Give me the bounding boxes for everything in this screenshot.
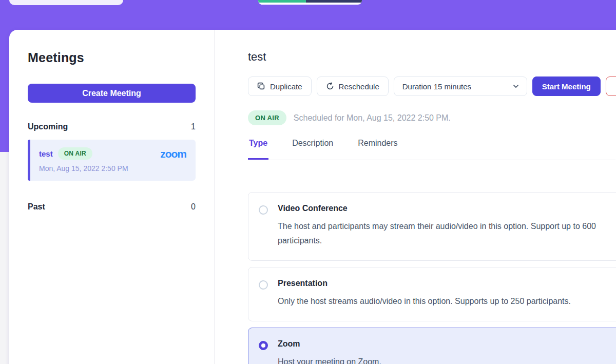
on-air-badge: ON AIR bbox=[58, 147, 92, 160]
meeting-datetime: Mon, Aug 15, 2022 2:50 PM bbox=[39, 164, 186, 173]
duplicate-button[interactable]: Duplicate bbox=[248, 76, 312, 96]
option-zoom[interactable]: Zoom Host your meeting on Zoom. bbox=[248, 328, 616, 364]
tab-type[interactable]: Type bbox=[248, 136, 268, 160]
option-description: Only the host streams audio/video in thi… bbox=[278, 294, 571, 309]
upcoming-section-header: Upcoming 1 bbox=[28, 122, 196, 131]
progress-segment-green bbox=[258, 0, 306, 3]
content-card: Meetings Create Meeting Upcoming 1 test … bbox=[9, 30, 616, 364]
meeting-status-row: ON AIR Scheduled for Mon, Aug 15, 2022 2… bbox=[248, 110, 616, 125]
option-description: Host your meeting on Zoom. bbox=[278, 355, 381, 364]
meeting-detail-panel: test Duplicate bbox=[215, 30, 616, 364]
cutoff-top-left-panel bbox=[9, 0, 123, 5]
cutoff-progress-bar bbox=[258, 0, 362, 5]
option-video-conference[interactable]: Video Conference The host and participan… bbox=[248, 192, 616, 261]
duration-label: Duration 15 minutes bbox=[402, 82, 471, 91]
duplicate-label: Duplicate bbox=[270, 82, 302, 91]
past-label: Past bbox=[28, 202, 45, 212]
tab-description[interactable]: Description bbox=[291, 136, 334, 160]
past-count: 0 bbox=[191, 202, 196, 212]
app-viewport: Meetings Create Meeting Upcoming 1 test … bbox=[0, 0, 616, 364]
option-presentation[interactable]: Presentation Only the host streams audio… bbox=[248, 267, 616, 321]
reschedule-icon bbox=[326, 82, 334, 90]
duplicate-icon bbox=[257, 82, 265, 90]
meeting-list-item[interactable]: test ON AIR zoom Mon, Aug 15, 2022 2:50 … bbox=[28, 140, 196, 181]
page-title: test bbox=[248, 50, 616, 64]
radio-selected-icon[interactable] bbox=[259, 341, 268, 350]
duration-select[interactable]: Duration 15 minutes bbox=[394, 76, 527, 96]
tab-reminders[interactable]: Reminders bbox=[357, 136, 398, 160]
option-title: Zoom bbox=[278, 339, 381, 349]
option-description: The host and participants may stream the… bbox=[278, 219, 616, 248]
option-title: Video Conference bbox=[278, 204, 616, 213]
progress-segment-navy bbox=[306, 0, 362, 3]
radio-unselected-icon[interactable] bbox=[259, 205, 268, 215]
detail-tabs: Type Description Reminders bbox=[248, 136, 615, 160]
delete-button-cutoff[interactable] bbox=[606, 76, 616, 96]
start-meeting-button[interactable]: Start Meeting bbox=[532, 76, 601, 96]
on-air-badge: ON AIR bbox=[248, 110, 286, 125]
meeting-type-options: Video Conference The host and participan… bbox=[248, 192, 616, 364]
meetings-sidebar: Meetings Create Meeting Upcoming 1 test … bbox=[9, 30, 215, 364]
upcoming-label: Upcoming bbox=[28, 122, 68, 131]
sidebar-title: Meetings bbox=[28, 50, 196, 65]
reschedule-button[interactable]: Reschedule bbox=[317, 76, 389, 96]
reschedule-label: Reschedule bbox=[339, 82, 379, 91]
chevron-down-icon bbox=[512, 83, 519, 90]
create-meeting-button[interactable]: Create Meeting bbox=[28, 84, 196, 103]
meeting-toolbar: Duplicate Reschedule Duration 15 minutes bbox=[248, 76, 616, 96]
past-section-header: Past 0 bbox=[28, 202, 196, 212]
scheduled-text: Scheduled for Mon, Aug 15, 2022 2:50 PM. bbox=[294, 113, 451, 123]
upcoming-count: 1 bbox=[191, 122, 196, 131]
option-title: Presentation bbox=[278, 279, 571, 288]
zoom-logo: zoom bbox=[160, 148, 186, 159]
radio-unselected-icon[interactable] bbox=[259, 280, 268, 290]
meeting-name: test bbox=[39, 149, 53, 158]
